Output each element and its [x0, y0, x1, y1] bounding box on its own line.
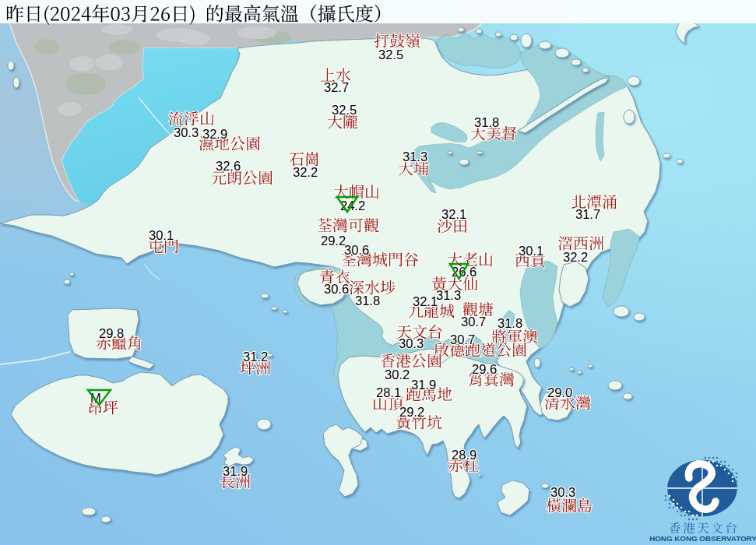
svg-text:30.3: 30.3	[399, 336, 424, 350]
svg-text:30.6: 30.6	[344, 243, 369, 257]
svg-text:31.3: 31.3	[403, 149, 427, 164]
svg-text:31.3: 31.3	[436, 288, 461, 302]
svg-text:30.7: 30.7	[461, 315, 486, 329]
svg-text:28.1: 28.1	[376, 385, 401, 399]
svg-text:31.8: 31.8	[355, 294, 380, 308]
svg-text:31.2: 31.2	[243, 350, 268, 364]
svg-text:29.0: 29.0	[547, 385, 572, 399]
svg-text:30.6: 30.6	[324, 282, 349, 296]
svg-text:32.5: 32.5	[378, 47, 403, 62]
svg-text:M: M	[90, 391, 101, 405]
svg-text:30.7: 30.7	[450, 332, 475, 346]
svg-text:32.2: 32.2	[563, 250, 588, 264]
svg-text:29.2: 29.2	[321, 234, 346, 248]
svg-text:28.9: 28.9	[452, 448, 476, 462]
svg-text:32.9: 32.9	[202, 127, 227, 141]
svg-text:29.8: 29.8	[99, 326, 124, 340]
svg-text:HONG KONG OBSERVATORY: HONG KONG OBSERVATORY	[649, 534, 756, 543]
svg-text:31.8: 31.8	[474, 115, 499, 129]
svg-text:32.1: 32.1	[413, 294, 438, 308]
svg-text:32.6: 32.6	[216, 159, 241, 173]
svg-text:31.8: 31.8	[498, 316, 522, 330]
svg-text:30.3: 30.3	[174, 125, 199, 139]
svg-text:30.3: 30.3	[550, 485, 575, 499]
svg-text:32.5: 32.5	[332, 103, 357, 117]
svg-text:31.9: 31.9	[411, 378, 436, 392]
svg-text:32.2: 32.2	[293, 165, 318, 179]
svg-text:31.7: 31.7	[575, 207, 600, 221]
svg-text:32.1: 32.1	[441, 207, 466, 221]
svg-text:30.2: 30.2	[385, 367, 410, 382]
svg-text:29.6: 29.6	[472, 362, 497, 376]
svg-text:32.7: 32.7	[324, 80, 349, 94]
svg-text:30.1: 30.1	[519, 244, 543, 258]
svg-text:29.2: 29.2	[399, 405, 424, 419]
svg-text:30.1: 30.1	[149, 228, 174, 242]
svg-text:31.9: 31.9	[223, 464, 248, 478]
